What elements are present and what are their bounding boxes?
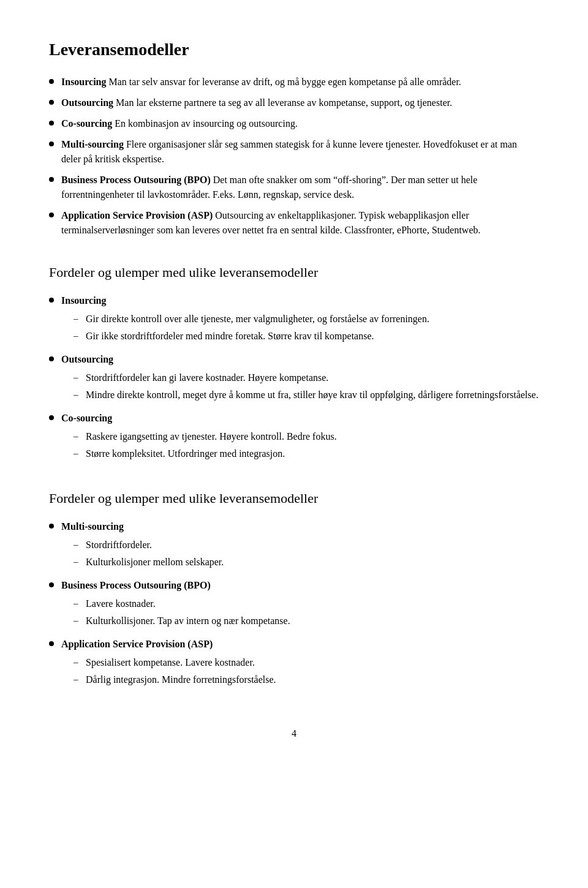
section1-cosourcing-label: Co-sourcing <box>61 413 112 423</box>
dash-icon: – <box>74 446 82 461</box>
section2-asp-label: Application Service Provision (ASP) <box>61 639 213 649</box>
section1-cosourcing-item: Co-sourcing – Raskere igangsetting av tj… <box>49 411 539 464</box>
sub-item: – Lavere kostnader. <box>74 596 539 611</box>
sub-text: Større kompleksitet. Utfordringer med in… <box>86 446 539 461</box>
bullet-cosourcing: Co-sourcing En kombinasjon av insourcing… <box>49 116 539 131</box>
insourcing-label: Insourcing <box>61 77 107 87</box>
bullet-dot <box>49 641 54 646</box>
bullet-dot <box>49 100 54 105</box>
sub-text: Lavere kostnader. <box>86 596 539 611</box>
section2-bpo-label: Business Process Outsouring (BPO) <box>61 580 211 590</box>
section1-insourcing-sublist: – Gir direkte kontroll over alle tjenest… <box>74 312 539 344</box>
dash-icon: – <box>74 388 82 402</box>
bullet-insourcing: Insourcing Man tar selv ansvar for lever… <box>49 75 539 89</box>
section1-outsourcing-sublist: – Stordriftfordeler kan gi lavere kostna… <box>74 371 539 402</box>
asp-label: Application Service Provision (ASP) <box>61 210 213 220</box>
section2-multisourcing-item: Multi-sourcing – Stordriftfordeler. – Ku… <box>49 519 539 572</box>
section2-asp-content: Application Service Provision (ASP) – Sp… <box>61 637 539 690</box>
bullet-outsourcing: Outsourcing Man lar eksterne partnere ta… <box>49 96 539 110</box>
sub-text: Dårlig integrasjon. Mindre forretningsfo… <box>86 672 539 687</box>
bullet-dot <box>49 415 54 420</box>
bullet-asp: Application Service Provision (ASP) Outs… <box>49 208 539 238</box>
page-title: Leveransemodeller <box>49 37 539 62</box>
dash-icon: – <box>74 429 82 443</box>
bullet-multisourcing-text: Multi-sourcing Flere organisasjoner slår… <box>61 137 539 167</box>
sub-item: – Spesialisert kompetanse. Lavere kostna… <box>74 655 539 670</box>
section1-outsourcing-label: Outsourcing <box>61 354 113 364</box>
section1-outsourcing-content: Outsourcing – Stordriftfordeler kan gi l… <box>61 352 539 405</box>
sub-item: – Raskere igangsetting av tjenester. Høy… <box>74 429 539 444</box>
sub-text: Gir direkte kontroll over alle tjeneste,… <box>86 312 539 326</box>
sub-text: Mindre direkte kontroll, meget dyre å ko… <box>86 388 539 402</box>
section2-multisourcing-label: Multi-sourcing <box>61 521 124 532</box>
multisourcing-body: Flere organisasjoner slår seg sammen sta… <box>61 139 517 164</box>
dash-icon: – <box>74 329 82 343</box>
dash-icon: – <box>74 371 82 385</box>
dash-icon: – <box>74 655 82 669</box>
section2-asp-sublist: – Spesialisert kompetanse. Lavere kostna… <box>74 655 539 687</box>
bullet-dot <box>49 524 54 529</box>
bullet-dot <box>49 79 54 84</box>
sub-item: – Kulturkollisjoner. Tap av intern og næ… <box>74 614 539 628</box>
section2-title: Fordeler og ulemper med ulike leveransem… <box>49 488 539 508</box>
sub-item: – Gir direkte kontroll over alle tjenest… <box>74 312 539 326</box>
sub-text: Raskere igangsetting av tjenester. Høyer… <box>86 429 539 444</box>
bullet-dot <box>49 213 54 217</box>
sub-item: – Dårlig integrasjon. Mindre forretnings… <box>74 672 539 687</box>
bullet-dot <box>49 582 54 587</box>
sub-item: – Gir ikke stordriftfordeler med mindre … <box>74 329 539 344</box>
bullet-bpo-text: Business Process Outsouring (BPO) Det ma… <box>61 173 539 202</box>
bullet-asp-text: Application Service Provision (ASP) Outs… <box>61 208 539 238</box>
section2-asp-item: Application Service Provision (ASP) – Sp… <box>49 637 539 690</box>
bullet-dot <box>49 141 54 146</box>
dash-icon: – <box>74 538 82 552</box>
section1-cosourcing-sublist: – Raskere igangsetting av tjenester. Høy… <box>74 429 539 461</box>
dash-icon: – <box>74 614 82 628</box>
bullet-insourcing-text: Insourcing Man tar selv ansvar for lever… <box>61 75 539 89</box>
sub-text: Stordriftfordeler kan gi lavere kostnade… <box>86 371 539 385</box>
sub-text: Spesialisert kompetanse. Lavere kostnade… <box>86 655 539 670</box>
section2-bullet-list: Multi-sourcing – Stordriftfordeler. – Ku… <box>49 519 539 690</box>
section2-multisourcing-content: Multi-sourcing – Stordriftfordeler. – Ku… <box>61 519 539 572</box>
bullet-dot <box>49 177 54 182</box>
sub-item: – Mindre direkte kontroll, meget dyre å … <box>74 388 539 402</box>
dash-icon: – <box>74 312 82 326</box>
bullet-bpo: Business Process Outsouring (BPO) Det ma… <box>49 173 539 202</box>
page-number: 4 <box>49 726 539 741</box>
section1-insourcing-item: Insourcing – Gir direkte kontroll over a… <box>49 293 539 346</box>
bullet-dot <box>49 298 54 303</box>
section1-cosourcing-content: Co-sourcing – Raskere igangsetting av tj… <box>61 411 539 464</box>
insourcing-body: Man tar selv ansvar for leveranse av dri… <box>107 77 461 87</box>
sub-text: Kulturkollisjoner. Tap av intern og nær … <box>86 614 539 628</box>
dash-icon: – <box>74 555 82 569</box>
section1-insourcing-content: Insourcing – Gir direkte kontroll over a… <box>61 293 539 346</box>
sub-item: – Stordriftfordeler kan gi lavere kostna… <box>74 371 539 385</box>
sub-item: – Kulturkolisjoner mellom selskaper. <box>74 555 539 570</box>
section2-bpo-sublist: – Lavere kostnader. – Kulturkollisjoner.… <box>74 596 539 628</box>
multisourcing-label: Multi-sourcing <box>61 139 124 149</box>
bullet-dot <box>49 121 54 126</box>
section2-bpo-item: Business Process Outsouring (BPO) – Lave… <box>49 578 539 631</box>
section1-outsourcing-item: Outsourcing – Stordriftfordeler kan gi l… <box>49 352 539 405</box>
bpo-label: Business Process Outsouring (BPO) <box>61 175 211 185</box>
sub-item: – Større kompleksitet. Utfordringer med … <box>74 446 539 461</box>
bullet-dot <box>49 356 54 361</box>
sub-text: Kulturkolisjoner mellom selskaper. <box>86 555 539 570</box>
section1-insourcing-label: Insourcing <box>61 295 107 306</box>
cosourcing-label: Co-sourcing <box>61 118 112 129</box>
dash-icon: – <box>74 596 82 611</box>
dash-icon: – <box>74 672 82 687</box>
bullet-multisourcing: Multi-sourcing Flere organisasjoner slår… <box>49 137 539 167</box>
section1-title: Fordeler og ulemper med ulike leveransem… <box>49 262 539 282</box>
bullet-outsourcing-text: Outsourcing Man lar eksterne partnere ta… <box>61 96 539 110</box>
sub-text: Gir ikke stordriftfordeler med mindre fo… <box>86 329 539 344</box>
section2-bpo-content: Business Process Outsouring (BPO) – Lave… <box>61 578 539 631</box>
section1-bullet-list: Insourcing – Gir direkte kontroll over a… <box>49 293 539 464</box>
cosourcing-body: En kombinasjon av insourcing og outsourc… <box>112 118 298 129</box>
section2-multisourcing-sublist: – Stordriftfordeler. – Kulturkolisjoner … <box>74 538 539 570</box>
main-bullet-list: Insourcing Man tar selv ansvar for lever… <box>49 75 539 238</box>
outsourcing-body: Man lar eksterne partnere ta seg av all … <box>113 97 452 108</box>
bullet-cosourcing-text: Co-sourcing En kombinasjon av insourcing… <box>61 116 539 131</box>
outsourcing-label: Outsourcing <box>61 97 113 108</box>
sub-item: – Stordriftfordeler. <box>74 538 539 552</box>
